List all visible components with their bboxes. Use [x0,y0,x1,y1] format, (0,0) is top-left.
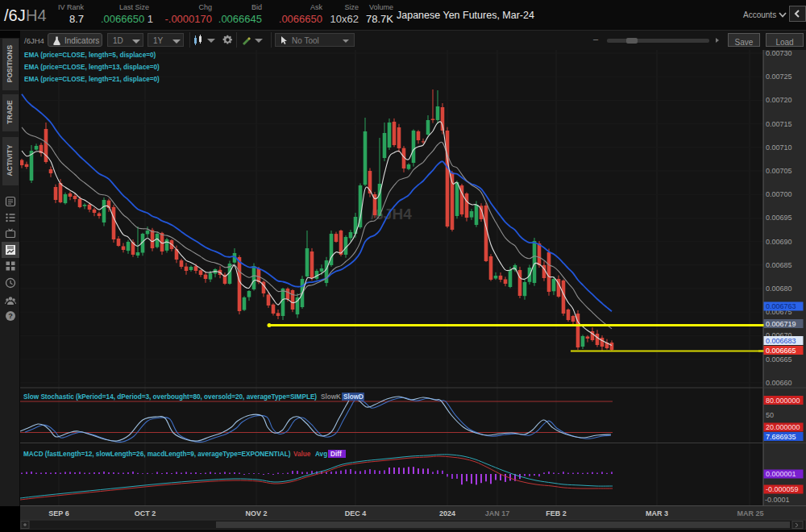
svg-text:SlowK: SlowK [321,393,341,401]
svg-text:Slow Stochastic (kPeriod=14, d: Slow Stochastic (kPeriod=14, dPeriod=3, … [23,393,317,401]
svg-text:0.00660: 0.00660 [766,379,792,387]
svg-text:20.000000: 20.000000 [766,423,800,431]
svg-text:MAR 25: MAR 25 [737,509,763,517]
svg-text:0.00680: 0.00680 [766,285,792,293]
svg-text:0.006683: 0.006683 [766,337,796,345]
svg-text:SlowD: SlowD [343,393,364,401]
svg-text:EMA (price=CLOSE, length=21, d: EMA (price=CLOSE, length=21, displace=0) [24,76,160,83]
svg-text:0.00730: 0.00730 [766,50,792,57]
svg-text:0.00695: 0.00695 [766,214,792,222]
svg-text:Avg: Avg [315,451,327,458]
svg-text:0.00715: 0.00715 [766,120,792,128]
svg-text:0.00690: 0.00690 [766,238,792,246]
svg-text:80.000000: 80.000000 [766,397,800,405]
svg-text:MACD (fastLength=12, slowLengt: MACD (fastLength=12, slowLength=26, macd… [23,451,291,458]
svg-text:50: 50 [766,411,774,419]
svg-text:7.686935: 7.686935 [766,433,796,441]
svg-text:OCT 2: OCT 2 [135,509,156,517]
svg-text:SEP 6: SEP 6 [48,509,69,517]
svg-text:0.006665: 0.006665 [766,347,796,355]
svg-text:0.00665: 0.00665 [766,355,792,364]
svg-text:0.00725: 0.00725 [766,73,792,81]
svg-text:0.006719: 0.006719 [766,320,796,328]
svg-text:0.000001: 0.000001 [766,470,796,478]
svg-text:0.00700: 0.00700 [766,190,792,198]
svg-text:0.006763: 0.006763 [766,302,796,310]
svg-text:?: ? [8,312,13,320]
svg-text:EMA (price=CLOSE, length=13, d: EMA (price=CLOSE, length=13, displace=0) [24,64,160,71]
svg-text:0.00685: 0.00685 [766,261,792,269]
svg-text:Value: Value [293,451,311,458]
svg-text:Diff: Diff [330,451,342,458]
svg-text:DEC 4: DEC 4 [345,509,367,517]
svg-text:EMA (price=CLOSE, length=5, di: EMA (price=CLOSE, length=5, displace=0) [24,52,156,59]
svg-text:-0.0001: -0.0001 [765,496,790,504]
svg-text:/6JH4: /6JH4 [371,206,412,222]
svg-text:MAR 3: MAR 3 [646,509,668,517]
svg-text:0.00710: 0.00710 [766,143,792,152]
svg-text:JAN 17: JAN 17 [485,509,510,517]
svg-text:NOV 2: NOV 2 [245,509,267,517]
svg-text:FEB 2: FEB 2 [546,509,567,517]
svg-text:2024: 2024 [439,509,455,517]
svg-text:0.00705: 0.00705 [766,167,792,175]
svg-text:-0.000059: -0.000059 [766,485,799,493]
svg-text:0.00720: 0.00720 [766,96,792,104]
